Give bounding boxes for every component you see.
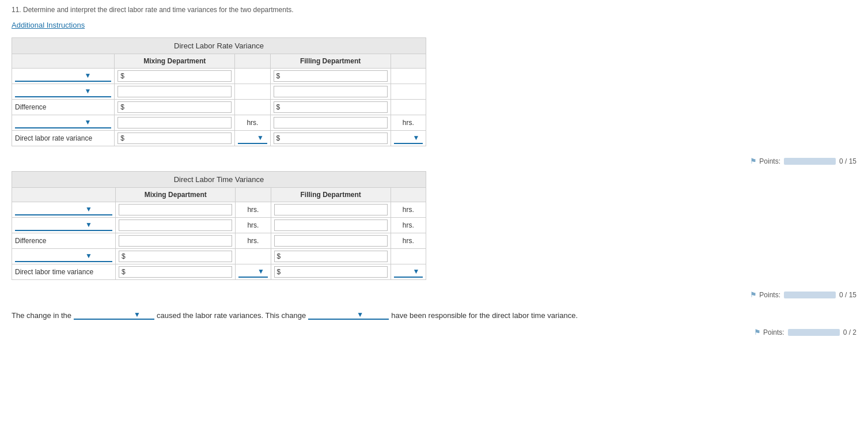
bottom-dropdown1[interactable]: ▼ bbox=[74, 311, 154, 320]
rate-row2-filling-input[interactable] bbox=[274, 86, 388, 97]
rate-row1-filling-dollar-wrap: $ bbox=[274, 70, 388, 82]
rate-row2-dropdown[interactable]: ▼ bbox=[15, 86, 111, 97]
time-row1-filling-input-cell bbox=[271, 202, 391, 218]
time-row4-mid-cell bbox=[236, 249, 271, 264]
rate-row5-filling-arrow-icon: ▼ bbox=[410, 134, 423, 142]
time-row2-dropdown[interactable]: ▼ bbox=[15, 220, 112, 231]
rate-row2-mixing-input-cell bbox=[115, 84, 235, 100]
time-row1-arrow-icon: ▼ bbox=[65, 205, 113, 213]
time-row5-mixing-input[interactable] bbox=[127, 268, 230, 276]
time-row4-mixing-input[interactable] bbox=[127, 252, 230, 260]
time-row5-filling-input-cell: $ bbox=[271, 264, 391, 280]
time-row2-mixing-input[interactable] bbox=[119, 220, 232, 231]
time-row1-filling-input[interactable] bbox=[274, 204, 388, 215]
time-row1-filling-hrs: hrs. bbox=[391, 202, 426, 218]
time-row2-filling-input-cell bbox=[271, 218, 391, 233]
time-mixing-dept-header: Mixing Department bbox=[116, 188, 236, 202]
rate-row4-label-cell: ▼ bbox=[12, 115, 115, 131]
time-row4-filling-dollar-wrap: $ bbox=[274, 251, 388, 262]
rate-row1-filling-input-cell: $ bbox=[270, 69, 391, 84]
points-bar-1 bbox=[784, 158, 836, 165]
time-row5-mixing-dollar-wrap: $ bbox=[119, 266, 232, 278]
additional-instructions-link[interactable]: Additional Instructions bbox=[12, 21, 85, 29]
flag-icon-2: ⚑ bbox=[750, 290, 757, 299]
rate-row1-filling-input[interactable] bbox=[281, 72, 384, 80]
rate-variance-label: Direct labor rate variance bbox=[12, 131, 115, 146]
rate-row4-mixing-input[interactable] bbox=[117, 117, 232, 128]
rate-row5-filling-input-cell: $ bbox=[270, 131, 391, 146]
time-row4-dropdown[interactable]: ▼ bbox=[15, 251, 112, 262]
time-table-title: Direct Labor Time Variance bbox=[12, 172, 426, 188]
rate-row5-mid-dropdown-cell: ▼ bbox=[235, 131, 270, 146]
rate-row2-end-cell bbox=[391, 84, 426, 100]
time-row3-filling-hrs: hrs. bbox=[391, 233, 426, 249]
rate-table-row4: ▼ hrs. hrs. bbox=[12, 115, 426, 131]
rate-row3-filling-input-cell: $ bbox=[270, 100, 391, 115]
rate-row1-label-cell: ▼ bbox=[12, 69, 115, 84]
time-row5-filling-input[interactable] bbox=[282, 268, 385, 276]
rate-row5-mixing-input[interactable] bbox=[126, 134, 229, 142]
rate-table-row1: ▼ $ $ bbox=[12, 69, 426, 84]
points-row-3: ⚑ Points: 0 / 2 bbox=[12, 328, 856, 336]
points-value-1: 0 / 15 bbox=[839, 157, 856, 165]
time-row5-filling-arrow-icon: ▼ bbox=[410, 267, 423, 275]
points-bar-3 bbox=[788, 329, 840, 336]
rate-row5-mixing-variance-dropdown[interactable]: ▼ bbox=[238, 133, 267, 144]
filling-dept-header: Filling Department bbox=[270, 54, 391, 69]
time-row5-mixing-arrow-icon: ▼ bbox=[254, 267, 267, 275]
rate-row2-mixing-input[interactable] bbox=[117, 86, 232, 97]
time-variance-section: Direct Labor Time Variance Mixing Depart… bbox=[12, 171, 856, 280]
instruction-text: 11. Determine and interpret the direct l… bbox=[12, 6, 856, 14]
points-label-1: Points: bbox=[759, 157, 780, 165]
points-value-2: 0 / 15 bbox=[839, 291, 856, 299]
rate-row2-mid-cell bbox=[235, 84, 270, 100]
time-row4-mixing-dollar-wrap: $ bbox=[119, 251, 232, 262]
rate-table-row2: ▼ bbox=[12, 84, 426, 100]
bottom-sentence: The change in the ▼ caused the labor rat… bbox=[12, 311, 856, 320]
rate-row1-mid-cell bbox=[235, 69, 270, 84]
time-table-row2: ▼ hrs. hrs. bbox=[12, 218, 426, 233]
rate-row5-mixing-arrow-icon: ▼ bbox=[253, 134, 267, 142]
rate-row3-mixing-input-cell: $ bbox=[115, 100, 235, 115]
rate-row4-dropdown[interactable]: ▼ bbox=[15, 117, 111, 128]
time-row5-mixing-variance-dropdown[interactable]: ▼ bbox=[238, 266, 267, 278]
rate-table-row5: Direct labor rate variance $ ▼ $ bbox=[12, 131, 426, 146]
rate-difference-label: Difference bbox=[12, 100, 115, 115]
rate-row2-arrow-icon: ▼ bbox=[65, 87, 112, 95]
rate-row5-filling-variance-dropdown[interactable]: ▼ bbox=[394, 133, 423, 144]
rate-row5-end-dropdown-cell: ▼ bbox=[391, 131, 426, 146]
points-row-2: ⚑ Points: 0 / 15 bbox=[12, 290, 856, 299]
time-row1-mixing-input[interactable] bbox=[119, 204, 232, 215]
time-row4-arrow-icon: ▼ bbox=[65, 252, 113, 260]
time-row5-filling-dollar-wrap: $ bbox=[274, 266, 388, 278]
points-label-2: Points: bbox=[759, 291, 780, 299]
time-row2-filling-hrs: hrs. bbox=[391, 218, 426, 233]
rate-row4-filling-input[interactable] bbox=[274, 117, 388, 128]
rate-row3-mixing-dollar-wrap: $ bbox=[117, 101, 232, 113]
time-row3-mixing-input[interactable] bbox=[119, 235, 232, 247]
time-variance-label: Direct labor time variance bbox=[12, 264, 116, 280]
rate-row4-mixing-input-cell bbox=[115, 115, 235, 131]
rate-row1-mixing-input[interactable] bbox=[126, 72, 229, 80]
time-row3-filling-input[interactable] bbox=[274, 235, 388, 247]
rate-row3-filling-input[interactable] bbox=[281, 103, 384, 111]
time-row2-mixing-hrs: hrs. bbox=[236, 218, 271, 233]
time-row2-label-cell: ▼ bbox=[12, 218, 116, 233]
time-row4-filling-input[interactable] bbox=[282, 252, 385, 260]
rate-row3-filling-dollar-wrap: $ bbox=[274, 101, 388, 113]
time-row5-filling-variance-dropdown[interactable]: ▼ bbox=[394, 266, 423, 278]
time-row3-mixing-hrs: hrs. bbox=[236, 233, 271, 249]
flag-icon-1: ⚑ bbox=[750, 157, 757, 165]
time-row2-filling-input[interactable] bbox=[274, 220, 388, 231]
rate-row1-dropdown[interactable]: ▼ bbox=[15, 70, 111, 82]
points-label-3: Points: bbox=[763, 328, 784, 336]
time-table-row1: ▼ hrs. hrs. bbox=[12, 202, 426, 218]
time-row1-dropdown[interactable]: ▼ bbox=[15, 204, 112, 215]
points-row-1: ⚑ Points: 0 / 15 bbox=[12, 157, 856, 165]
rate-row3-mixing-input[interactable] bbox=[126, 103, 229, 111]
rate-row5-filling-input[interactable] bbox=[281, 134, 384, 142]
rate-row1-mixing-input-cell: $ bbox=[115, 69, 235, 84]
time-variance-table: Direct Labor Time Variance Mixing Depart… bbox=[12, 171, 426, 280]
bottom-dropdown2[interactable]: ▼ bbox=[308, 311, 389, 320]
rate-variance-section: Direct Labor Rate Variance Mixing Depart… bbox=[12, 37, 856, 146]
